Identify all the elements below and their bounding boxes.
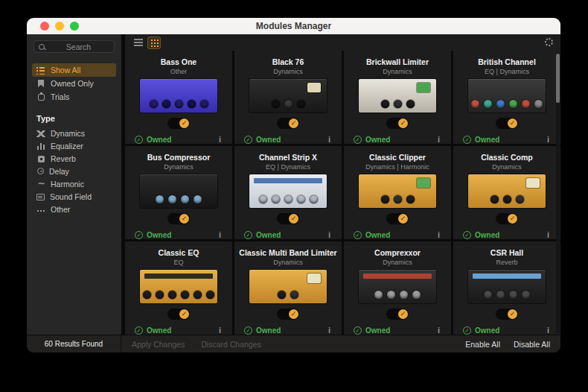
owned-label: Owned — [475, 326, 499, 335]
sidebar-item-trials[interactable]: Trials — [32, 90, 116, 104]
modules-grid: Bass One Other Owned i Black 76 Dynamics… — [125, 51, 560, 335]
module-title: Bus Compressor — [147, 153, 211, 162]
sidebar-item-owned-only[interactable]: Owned Only — [32, 77, 116, 90]
module-enable-toggle[interactable] — [277, 309, 299, 320]
owned-check-icon — [244, 326, 252, 335]
grid-view-button[interactable] — [147, 37, 161, 49]
module-enable-toggle[interactable] — [386, 309, 409, 320]
scrollbar-thumb[interactable] — [556, 54, 560, 103]
module-title: Classic Clipper — [369, 153, 426, 162]
enable-all-button[interactable]: Enable All — [465, 340, 500, 349]
owned-label: Owned — [147, 231, 171, 239]
apply-changes-button[interactable]: Apply Changes — [132, 340, 185, 349]
module-category: EQ — [173, 259, 183, 266]
module-info-button[interactable]: i — [436, 135, 441, 144]
module-enable-toggle[interactable] — [277, 118, 299, 129]
module-info-button[interactable]: i — [546, 230, 551, 239]
module-enable-toggle[interactable] — [496, 118, 518, 129]
owned-check-icon — [135, 326, 143, 335]
module-category: Dynamics | Harmonic — [365, 163, 429, 171]
module-status-row: Owned i — [344, 230, 451, 239]
view-toolbar — [125, 34, 560, 51]
module-enable-toggle[interactable] — [496, 309, 518, 320]
module-enable-toggle[interactable] — [167, 213, 190, 224]
owned-check-icon — [244, 231, 252, 239]
module-enable-toggle[interactable] — [386, 213, 409, 224]
search-box[interactable] — [33, 40, 115, 53]
module-title: British Channel — [478, 57, 536, 66]
module-status-row: Owned i — [234, 230, 342, 239]
settings-button[interactable] — [545, 36, 553, 49]
type-section-header: Type — [36, 114, 121, 123]
module-image — [359, 270, 436, 303]
module-status-row: Owned i — [234, 326, 342, 335]
module-title: CSR Hall — [490, 248, 523, 257]
sidebar-item-label: Delay — [49, 167, 69, 176]
sidebar-item-other[interactable]: Other — [32, 203, 116, 215]
module-status-row: Owned i — [344, 135, 451, 144]
module-title: Classic EQ — [159, 248, 199, 257]
module-enable-toggle[interactable] — [167, 309, 190, 320]
module-owned-status: Owned — [135, 231, 171, 239]
sidebar-item-delay[interactable]: Delay — [32, 165, 116, 177]
module-info-button[interactable]: i — [436, 230, 441, 239]
discard-changes-button[interactable]: Discard Changes — [201, 340, 261, 349]
owned-check-icon — [135, 136, 143, 144]
module-card-classic-multi-band-limiter: Classic Multi Band Limiter Dynamics Owne… — [234, 241, 342, 335]
module-image — [140, 79, 217, 113]
sidebar-item-sound-field[interactable]: Sound Field — [32, 190, 116, 203]
sidebar-item-show-all[interactable]: Show All — [32, 63, 116, 77]
module-enable-toggle[interactable] — [496, 213, 518, 224]
trials-icon — [38, 94, 45, 101]
bookmark-icon — [38, 80, 44, 87]
sidebar: Show All Owned Only Trials Type Dynamics… — [27, 34, 121, 335]
module-title: Black 76 — [272, 57, 304, 66]
owned-check-icon — [354, 231, 362, 239]
module-category: EQ | Dynamics — [266, 163, 310, 171]
module-owned-status: Owned — [354, 136, 390, 144]
module-owned-status: Owned — [135, 136, 171, 144]
module-info-button[interactable]: i — [217, 326, 223, 335]
module-status-row: Owned i — [344, 326, 451, 335]
module-enable-toggle[interactable] — [277, 213, 299, 224]
module-info-button[interactable]: i — [217, 135, 223, 144]
module-title: Channel Strip X — [259, 153, 317, 162]
module-enable-toggle[interactable] — [167, 118, 190, 129]
module-info-button[interactable]: i — [436, 326, 441, 335]
module-card-channel-strip-x: Channel Strip X EQ | Dynamics Owned i — [234, 146, 342, 239]
close-button[interactable] — [40, 22, 49, 31]
minimize-button[interactable] — [55, 22, 64, 31]
sidebar-item-reverb[interactable]: Reverb — [32, 152, 116, 165]
owned-check-icon — [463, 231, 471, 239]
toggle-thumb — [289, 214, 298, 224]
zoom-button[interactable] — [70, 22, 79, 31]
toggle-thumb — [179, 118, 189, 128]
module-enable-toggle[interactable] — [386, 118, 409, 129]
sidebar-item-equalizer[interactable]: Equalizer — [32, 139, 116, 152]
module-info-button[interactable]: i — [546, 326, 551, 335]
module-info-button[interactable]: i — [546, 135, 551, 144]
owned-label: Owned — [365, 326, 390, 335]
module-image — [249, 270, 327, 303]
list-view-button[interactable] — [134, 36, 143, 49]
module-info-button[interactable]: i — [327, 135, 332, 144]
module-info-button[interactable]: i — [217, 230, 223, 239]
module-info-button[interactable]: i — [327, 230, 332, 239]
module-owned-status: Owned — [463, 326, 499, 335]
sidebar-item-dynamics[interactable]: Dynamics — [32, 127, 116, 139]
gear-icon — [545, 38, 553, 46]
search-input[interactable] — [48, 42, 109, 52]
module-title: Brickwall Limiter — [366, 57, 429, 66]
module-owned-status: Owned — [135, 326, 171, 335]
module-image — [249, 174, 327, 208]
module-category: EQ | Dynamics — [485, 68, 529, 75]
sidebar-item-harmonic[interactable]: Harmonic — [32, 177, 116, 190]
disable-all-button[interactable]: Disable All — [514, 340, 550, 349]
module-card-bus-compressor: Bus Compressor Dynamics Owned i — [125, 146, 232, 239]
sidebar-types: Dynamics Equalizer Reverb Delay Harmonic… — [27, 127, 121, 215]
module-status-row: Owned i — [453, 326, 560, 335]
module-info-button[interactable]: i — [327, 326, 332, 335]
owned-label: Owned — [256, 326, 281, 335]
scrollbar-track[interactable] — [556, 52, 560, 333]
module-owned-status: Owned — [244, 136, 281, 144]
